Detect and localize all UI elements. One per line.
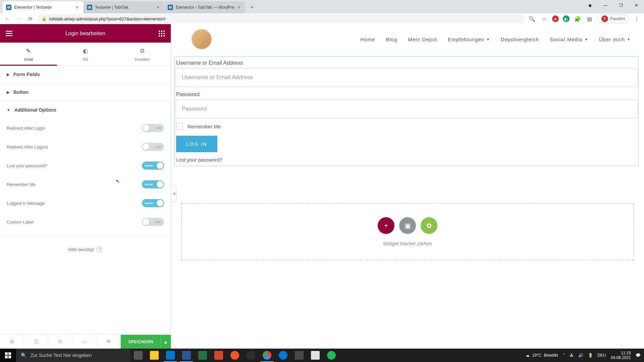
calendar-icon[interactable] xyxy=(162,349,178,362)
template-library-button[interactable]: ▣ xyxy=(399,217,416,234)
envato-button[interactable]: ✿ xyxy=(421,217,437,234)
section-form-fields[interactable]: ▶ Form Fields xyxy=(0,66,171,83)
wordpress-icon: W xyxy=(6,5,11,10)
browser-tab[interactable]: W Testseite | TobiTalk × xyxy=(84,1,164,13)
preview-button[interactable]: 👁 xyxy=(97,335,121,349)
notifications-icon[interactable]: 💬 xyxy=(636,353,641,358)
lost-password-link[interactable]: Lost your password? xyxy=(175,157,638,163)
weather-text: Bewölkt xyxy=(544,353,558,358)
battery-icon[interactable]: 🔋 xyxy=(588,353,593,358)
add-section-button[interactable]: + xyxy=(378,217,394,234)
nav-blog[interactable]: Blog xyxy=(386,37,397,42)
menu-icon[interactable]: ⋮ xyxy=(633,15,641,23)
nav-social[interactable]: Social Media▼ xyxy=(550,37,588,42)
explorer-icon[interactable] xyxy=(146,349,162,362)
login-widget[interactable]: Username or Email Address Username or Em… xyxy=(174,56,639,166)
nav-home[interactable]: Home xyxy=(360,37,375,42)
tab-advanced[interactable]: ⚙ Erweitert xyxy=(114,43,171,65)
account-icon[interactable]: ◉ xyxy=(582,0,598,11)
section-header[interactable]: ▼ Additional Options xyxy=(0,101,171,119)
nav-about[interactable]: Über mich▼ xyxy=(599,37,631,42)
brave-icon[interactable] xyxy=(227,349,243,362)
browser-tab[interactable]: W Elementor ‹ TobiTalk — WordPre × xyxy=(164,1,245,13)
word-icon[interactable] xyxy=(178,349,195,362)
toggle-redirect-login[interactable]: OFF xyxy=(142,124,164,132)
language-indicator[interactable]: DEU xyxy=(598,353,606,358)
powerpoint-icon[interactable] xyxy=(211,349,227,362)
hamburger-icon[interactable] xyxy=(5,29,13,38)
taskbar-search[interactable]: 🔍 Zur Suche Text hier eingeben xyxy=(16,349,130,362)
remember-row: Remember Me xyxy=(175,123,638,130)
remember-checkbox[interactable] xyxy=(176,123,183,130)
edge-icon[interactable] xyxy=(275,349,291,362)
login-button[interactable]: LOG IN xyxy=(176,136,217,152)
widgets-grid-icon[interactable] xyxy=(157,29,166,38)
notepad-icon[interactable] xyxy=(307,349,323,362)
cloud-icon: ☁ xyxy=(526,353,530,358)
remember-label: Remember Me xyxy=(187,124,221,129)
close-window-button[interactable]: ✕ xyxy=(629,0,644,11)
svg-rect-10 xyxy=(161,35,162,37)
password-input[interactable]: Password xyxy=(175,100,638,118)
chrome-icon[interactable] xyxy=(259,349,275,362)
close-icon[interactable]: × xyxy=(155,5,161,10)
excel-icon[interactable] xyxy=(195,349,211,362)
url-field[interactable]: 🔒 tobitalk.at/wp-admin/post.php?post=627… xyxy=(38,14,525,23)
history-button[interactable]: ↻ xyxy=(48,335,72,349)
avatar-icon: T xyxy=(601,15,608,22)
reload-button[interactable]: ⟳ xyxy=(26,15,34,23)
close-icon[interactable]: × xyxy=(74,5,80,10)
nav-depot[interactable]: Mein Depot xyxy=(408,37,437,42)
start-button[interactable] xyxy=(0,349,16,362)
navigator-button[interactable]: ☰ xyxy=(24,335,48,349)
responsive-button[interactable]: ▭ xyxy=(72,335,97,349)
svg-rect-9 xyxy=(159,35,160,37)
extension-icon[interactable]: ◐ xyxy=(563,15,570,22)
tab-style[interactable]: ◐ Stil xyxy=(57,43,114,65)
maximize-button[interactable]: ❐ xyxy=(613,0,629,11)
tab-content[interactable]: ✎ Inhalt xyxy=(0,43,57,65)
toggle-redirect-logout[interactable]: OFF xyxy=(142,143,164,151)
app-icon[interactable] xyxy=(291,349,307,362)
clock[interactable]: 11:15 04.08.2021 xyxy=(611,351,631,360)
save-button[interactable]: SPEICHERN xyxy=(121,335,161,349)
reading-list-icon[interactable]: ▤ xyxy=(586,15,594,23)
task-view-button[interactable] xyxy=(130,349,146,362)
tab-title: Elementor ‹ TobiTalk — WordPre xyxy=(176,5,236,10)
save-options-button[interactable]: ▴ xyxy=(161,335,171,349)
close-icon[interactable]: × xyxy=(236,5,241,10)
back-button[interactable]: ← xyxy=(3,15,11,23)
svg-rect-11 xyxy=(163,35,165,37)
zoom-icon[interactable]: 🔍 xyxy=(528,15,536,23)
extensions-icon[interactable]: 🧩 xyxy=(574,15,582,23)
chevron-down-icon: ▼ xyxy=(486,38,490,41)
nav-recommendations[interactable]: Empfehlungen▼ xyxy=(448,37,490,42)
toggle-logged-in-message[interactable]: SHOW xyxy=(142,199,164,207)
collapse-panel-handle[interactable]: ◀ xyxy=(171,185,176,202)
toggle-custom-label[interactable]: NEIN xyxy=(142,218,164,226)
tray-chevron-icon[interactable]: ˄ xyxy=(563,353,565,358)
chevron-down-icon: ▼ xyxy=(585,38,588,41)
profile-badge[interactable]: T Pausiert xyxy=(598,14,629,23)
minimize-button[interactable]: — xyxy=(598,0,613,11)
weather-widget[interactable]: ☁ 19°C Bewölkt xyxy=(526,353,558,358)
extension-icon[interactable]: ● xyxy=(552,15,559,22)
forward-button[interactable]: → xyxy=(15,15,23,23)
bookmark-icon[interactable]: ☆ xyxy=(540,15,548,23)
help-link[interactable]: Hilfe benötigt ? xyxy=(0,236,171,262)
volume-icon[interactable]: 🔊 xyxy=(578,353,583,358)
option-custom-label: Custom Label NEIN xyxy=(7,213,164,231)
settings-button[interactable]: ⚙ xyxy=(0,335,24,349)
new-tab-button[interactable]: + xyxy=(247,3,257,12)
toggle-lost-password[interactable]: SHOW xyxy=(142,162,164,170)
toggle-remember-me[interactable]: SHOW xyxy=(142,180,164,188)
section-button[interactable]: ▶ Button xyxy=(0,83,171,101)
spotify-icon[interactable] xyxy=(323,349,339,362)
network-icon[interactable]: 🖧 xyxy=(570,353,574,358)
browser-tab-active[interactable]: W Elementor | Testseite × xyxy=(3,1,83,13)
drop-zone[interactable]: + ▣ ✿ Widget hierher ziehen xyxy=(181,203,634,260)
site-logo[interactable] xyxy=(191,29,212,50)
username-input[interactable]: Username or Email Address xyxy=(175,68,638,87)
obs-icon[interactable] xyxy=(243,349,259,362)
nav-compare[interactable]: Depotvergleich xyxy=(501,37,539,42)
